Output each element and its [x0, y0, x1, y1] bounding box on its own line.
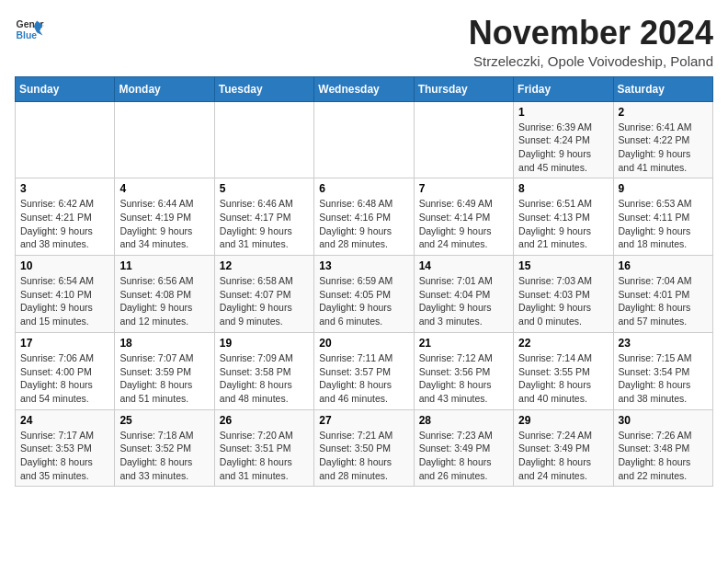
day-info: Sunrise: 6:56 AM Sunset: 4:08 PM Dayligh… — [119, 274, 209, 328]
day-number: 12 — [220, 259, 309, 272]
day-info: Sunrise: 7:03 AM Sunset: 4:03 PM Dayligh… — [518, 274, 608, 328]
day-number: 18 — [119, 337, 209, 350]
day-info: Sunrise: 7:04 AM Sunset: 4:01 PM Dayligh… — [619, 274, 708, 328]
day-number: 7 — [419, 182, 508, 195]
day-number: 15 — [518, 259, 608, 272]
day-number: 24 — [20, 414, 109, 427]
day-info: Sunrise: 6:53 AM Sunset: 4:11 PM Dayligh… — [619, 197, 708, 251]
day-info: Sunrise: 7:07 AM Sunset: 3:59 PM Dayligh… — [119, 351, 209, 406]
day-cell: 11Sunrise: 6:56 AM Sunset: 4:08 PM Dayli… — [115, 256, 214, 333]
day-cell: 3Sunrise: 6:42 AM Sunset: 4:21 PM Daylig… — [16, 178, 115, 256]
day-number: 4 — [119, 182, 209, 195]
logo-icon: General Blue — [15, 15, 44, 44]
day-cell — [414, 101, 513, 178]
day-info: Sunrise: 6:41 AM Sunset: 4:22 PM Dayligh… — [619, 121, 708, 175]
month-title: November 2024 — [469, 15, 713, 52]
day-number: 16 — [619, 259, 708, 272]
day-number: 8 — [518, 182, 608, 195]
day-cell: 13Sunrise: 6:59 AM Sunset: 4:05 PM Dayli… — [314, 256, 414, 333]
day-info: Sunrise: 7:14 AM Sunset: 3:55 PM Dayligh… — [518, 351, 608, 406]
day-cell: 24Sunrise: 7:17 AM Sunset: 3:53 PM Dayli… — [16, 409, 115, 487]
day-info: Sunrise: 6:59 AM Sunset: 4:05 PM Dayligh… — [319, 274, 408, 328]
day-info: Sunrise: 7:23 AM Sunset: 3:49 PM Dayligh… — [419, 429, 508, 483]
day-cell: 8Sunrise: 6:51 AM Sunset: 4:13 PM Daylig… — [514, 178, 613, 256]
day-number: 10 — [20, 259, 109, 272]
day-cell — [314, 101, 414, 178]
day-number: 23 — [619, 337, 708, 350]
day-cell: 29Sunrise: 7:24 AM Sunset: 3:49 PM Dayli… — [514, 409, 613, 487]
day-number: 9 — [619, 182, 708, 195]
day-number: 29 — [518, 414, 608, 427]
day-info: Sunrise: 6:42 AM Sunset: 4:21 PM Dayligh… — [20, 197, 109, 251]
day-cell: 10Sunrise: 6:54 AM Sunset: 4:10 PM Dayli… — [16, 256, 115, 333]
header-thursday: Thursday — [414, 76, 513, 101]
day-number: 11 — [119, 259, 209, 272]
day-cell: 5Sunrise: 6:46 AM Sunset: 4:17 PM Daylig… — [214, 178, 313, 256]
title-block: November 2024 Strzeleczki, Opole Voivode… — [469, 15, 713, 69]
day-number: 30 — [619, 414, 708, 427]
day-cell: 18Sunrise: 7:07 AM Sunset: 3:59 PM Dayli… — [115, 332, 214, 409]
header-sunday: Sunday — [16, 76, 115, 101]
day-info: Sunrise: 6:46 AM Sunset: 4:17 PM Dayligh… — [220, 197, 309, 251]
week-row-0: 1Sunrise: 6:39 AM Sunset: 4:24 PM Daylig… — [16, 101, 713, 178]
header-saturday: Saturday — [613, 76, 712, 101]
svg-text:Blue: Blue — [17, 30, 38, 40]
day-info: Sunrise: 7:09 AM Sunset: 3:58 PM Dayligh… — [220, 351, 309, 406]
day-info: Sunrise: 7:20 AM Sunset: 3:51 PM Dayligh… — [220, 429, 309, 483]
day-info: Sunrise: 6:54 AM Sunset: 4:10 PM Dayligh… — [20, 274, 109, 328]
day-cell: 4Sunrise: 6:44 AM Sunset: 4:19 PM Daylig… — [115, 178, 214, 256]
day-number: 1 — [518, 106, 608, 119]
day-number: 3 — [20, 182, 109, 195]
day-number: 28 — [419, 414, 508, 427]
day-cell: 17Sunrise: 7:06 AM Sunset: 4:00 PM Dayli… — [16, 332, 115, 409]
header-tuesday: Tuesday — [214, 76, 313, 101]
day-number: 27 — [319, 414, 408, 427]
day-cell: 20Sunrise: 7:11 AM Sunset: 3:57 PM Dayli… — [314, 332, 414, 409]
day-cell: 15Sunrise: 7:03 AM Sunset: 4:03 PM Dayli… — [514, 256, 613, 333]
day-cell: 25Sunrise: 7:18 AM Sunset: 3:52 PM Dayli… — [115, 409, 214, 487]
day-number: 25 — [119, 414, 209, 427]
day-number: 22 — [518, 337, 608, 350]
day-number: 2 — [619, 106, 708, 119]
day-info: Sunrise: 7:17 AM Sunset: 3:53 PM Dayligh… — [20, 429, 109, 483]
day-number: 21 — [419, 337, 508, 350]
day-number: 17 — [20, 337, 109, 350]
logo: General Blue — [15, 15, 44, 44]
day-cell: 6Sunrise: 6:48 AM Sunset: 4:16 PM Daylig… — [314, 178, 414, 256]
calendar-table: SundayMondayTuesdayWednesdayThursdayFrid… — [15, 76, 713, 488]
day-info: Sunrise: 6:58 AM Sunset: 4:07 PM Dayligh… — [220, 274, 309, 328]
day-info: Sunrise: 7:01 AM Sunset: 4:04 PM Dayligh… — [419, 274, 508, 328]
day-info: Sunrise: 6:39 AM Sunset: 4:24 PM Dayligh… — [518, 121, 608, 175]
day-cell: 19Sunrise: 7:09 AM Sunset: 3:58 PM Dayli… — [214, 332, 313, 409]
day-cell: 26Sunrise: 7:20 AM Sunset: 3:51 PM Dayli… — [214, 409, 313, 487]
day-info: Sunrise: 7:11 AM Sunset: 3:57 PM Dayligh… — [319, 351, 408, 406]
day-info: Sunrise: 6:49 AM Sunset: 4:14 PM Dayligh… — [419, 197, 508, 251]
day-number: 19 — [220, 337, 309, 350]
week-row-2: 10Sunrise: 6:54 AM Sunset: 4:10 PM Dayli… — [16, 256, 713, 333]
header-monday: Monday — [115, 76, 214, 101]
day-number: 20 — [319, 337, 408, 350]
day-info: Sunrise: 7:18 AM Sunset: 3:52 PM Dayligh… — [119, 429, 209, 483]
day-info: Sunrise: 7:26 AM Sunset: 3:48 PM Dayligh… — [619, 429, 708, 483]
day-cell: 21Sunrise: 7:12 AM Sunset: 3:56 PM Dayli… — [414, 332, 513, 409]
day-cell: 23Sunrise: 7:15 AM Sunset: 3:54 PM Dayli… — [613, 332, 712, 409]
day-number: 14 — [419, 259, 508, 272]
day-cell: 28Sunrise: 7:23 AM Sunset: 3:49 PM Dayli… — [414, 409, 513, 487]
day-info: Sunrise: 6:48 AM Sunset: 4:16 PM Dayligh… — [319, 197, 408, 251]
day-number: 13 — [319, 259, 408, 272]
day-cell — [16, 101, 115, 178]
calendar-header-row: SundayMondayTuesdayWednesdayThursdayFrid… — [16, 76, 713, 101]
day-cell: 9Sunrise: 6:53 AM Sunset: 4:11 PM Daylig… — [613, 178, 712, 256]
day-info: Sunrise: 7:21 AM Sunset: 3:50 PM Dayligh… — [319, 429, 408, 483]
day-info: Sunrise: 6:51 AM Sunset: 4:13 PM Dayligh… — [518, 197, 608, 251]
page-header: General Blue November 2024 Strzeleczki, … — [15, 15, 713, 69]
day-info: Sunrise: 7:06 AM Sunset: 4:00 PM Dayligh… — [20, 351, 109, 406]
day-cell — [214, 101, 313, 178]
day-cell: 16Sunrise: 7:04 AM Sunset: 4:01 PM Dayli… — [613, 256, 712, 333]
location-subtitle: Strzeleczki, Opole Voivodeship, Poland — [469, 53, 713, 69]
day-info: Sunrise: 7:24 AM Sunset: 3:49 PM Dayligh… — [518, 429, 608, 483]
day-info: Sunrise: 7:12 AM Sunset: 3:56 PM Dayligh… — [419, 351, 508, 406]
day-cell: 1Sunrise: 6:39 AM Sunset: 4:24 PM Daylig… — [514, 101, 613, 178]
day-cell: 30Sunrise: 7:26 AM Sunset: 3:48 PM Dayli… — [613, 409, 712, 487]
week-row-4: 24Sunrise: 7:17 AM Sunset: 3:53 PM Dayli… — [16, 409, 713, 487]
